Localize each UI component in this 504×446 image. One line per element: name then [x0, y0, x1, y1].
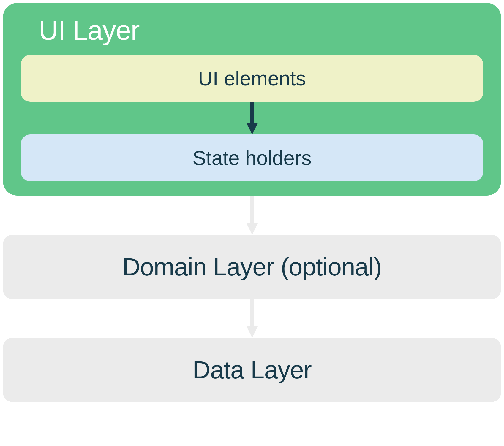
arrow-down-icon [245, 299, 260, 338]
ui-elements-label: UI elements [198, 67, 306, 90]
ui-layer-title: UI Layer [39, 15, 483, 46]
data-layer-box: Data Layer [3, 338, 501, 402]
ui-layer-container: UI Layer UI elements State holders [3, 3, 501, 196]
data-layer-label: Data Layer [192, 356, 312, 384]
domain-layer-label: Domain Layer (optional) [122, 253, 382, 281]
arrow-ui-to-state [21, 102, 483, 134]
architecture-diagram: UI Layer UI elements State holders Domai… [3, 3, 501, 402]
svg-marker-5 [247, 326, 258, 338]
arrow-down-icon [245, 102, 260, 134]
domain-layer-box: Domain Layer (optional) [3, 235, 501, 299]
state-holders-label: State holders [192, 147, 312, 169]
ui-elements-box: UI elements [21, 55, 483, 102]
svg-marker-3 [247, 223, 258, 235]
svg-marker-1 [247, 123, 258, 134]
arrow-domain-to-data [245, 299, 260, 338]
state-holders-box: State holders [21, 134, 483, 181]
